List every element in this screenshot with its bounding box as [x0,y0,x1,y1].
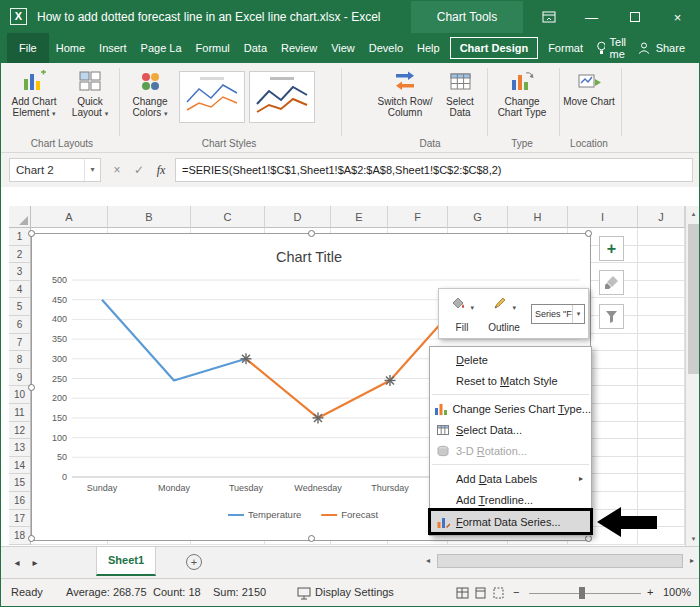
row-header-8[interactable]: 8 [9,351,30,369]
ribbon-tab-view[interactable]: View [324,33,362,63]
ribbon-tab-format[interactable]: Format [541,33,590,63]
ribbon-tab-chart-design[interactable]: Chart Design [450,37,538,59]
move-chart-button[interactable]: Move Chart [563,67,615,135]
chart-handle-top-center[interactable] [308,230,315,237]
row-header-17[interactable]: 17 [9,510,30,528]
row-header-18[interactable]: 18 [9,527,30,545]
share-button[interactable]: Share [637,41,685,55]
hscroll-right-icon[interactable]: ▸ [685,553,699,569]
switch-row-column-button[interactable]: Switch Row/ Column [377,67,433,135]
change-colors-button[interactable]: Change Colors ▾ [123,67,177,135]
row-header-11[interactable]: 11 [9,404,30,422]
column-header-D[interactable]: D [265,206,331,228]
column-header-J[interactable]: J [638,206,685,228]
column-header-B[interactable]: B [108,206,191,228]
ribbon-tab-insert[interactable]: Insert [92,33,134,63]
chart-handle-bottom-center[interactable] [308,535,315,542]
cancel-button[interactable]: × [107,158,127,182]
row-header-13[interactable]: 13 [9,439,30,457]
close-button[interactable]: × [656,1,699,33]
new-sheet-button[interactable]: + [186,554,202,570]
row-header-14[interactable]: 14 [9,457,30,475]
fill-button[interactable]: ▾ Fill [445,293,479,335]
name-box[interactable]: Chart 2 ▾ [9,158,101,182]
view-page-break-button[interactable] [492,587,505,601]
chart-handle-top-left[interactable] [28,230,35,237]
chart-styles-button[interactable] [599,270,624,295]
ribbon-tab-file[interactable]: File [7,33,49,63]
row-header-12[interactable]: 12 [9,422,30,440]
chart-handle-top-right[interactable] [585,230,592,237]
outline-button[interactable]: ▾ Outline [483,293,525,335]
sheet-tab-sheet1[interactable]: Sheet1 [96,547,156,576]
ribbon-tab-develo[interactable]: Develo [362,33,410,63]
row-header-7[interactable]: 7 [9,334,30,352]
minimize-button[interactable]: — [570,1,613,33]
row-header-2[interactable]: 2 [9,246,30,264]
add-chart-element-button[interactable]: Add Chart Element ▾ [7,67,61,135]
vertical-scroll-thumb[interactable] [688,224,699,374]
column-header-A[interactable]: A [31,206,108,228]
row-header-1[interactable]: 1 [9,228,30,246]
row-header-5[interactable]: 5 [9,298,30,316]
row-header-4[interactable]: 4 [9,281,30,299]
column-header-F[interactable]: F [388,206,448,228]
maximize-button[interactable] [613,1,656,33]
caret-down-icon[interactable]: ▾ [572,305,584,323]
chart-style-preview-2[interactable] [249,71,315,123]
hscroll-left-icon[interactable]: ◂ [421,553,435,569]
row-header-16[interactable]: 16 [9,492,30,510]
zoom-in-button[interactable]: + [647,586,653,598]
series-selector-dropdown[interactable]: Series "Forecas ▾ [531,304,585,324]
menu-item-delete[interactable]: Delete [430,349,591,370]
column-header-C[interactable]: C [191,206,265,228]
ribbon-tab-review[interactable]: Review [274,33,324,63]
chart-filters-button[interactable] [599,304,624,329]
menu-item-reset-to-match-style[interactable]: Reset to Match Style [430,370,591,391]
sheet-nav-right-icon[interactable]: ▸ [27,547,43,578]
change-chart-type-button[interactable]: Change Chart Type [491,67,553,135]
ribbon-tab-data[interactable]: Data [237,33,274,63]
zoom-slider-thumb[interactable] [579,587,585,599]
view-page-layout-button[interactable] [474,587,487,601]
view-normal-button[interactable] [456,587,469,601]
quick-layout-button[interactable]: Quick Layout ▾ [63,67,117,135]
zoom-out-button[interactable]: − [513,586,519,598]
select-all-button[interactable] [9,206,31,228]
vertical-scrollbar[interactable]: ▴ ▾ [685,206,700,546]
ribbon-tab-formul[interactable]: Formul [189,33,237,63]
column-header-E[interactable]: E [331,206,388,228]
ribbon-tab-home[interactable]: Home [49,33,92,63]
chart-handle-mid-left[interactable] [28,384,35,391]
horizontal-scroll-thumb[interactable] [437,554,683,568]
menu-item-add-data-labels[interactable]: Add Data Labels▸ [430,468,591,489]
column-header-H[interactable]: H [508,206,568,228]
scroll-down-icon[interactable]: ▾ [686,531,700,546]
scroll-up-icon[interactable]: ▴ [686,206,700,221]
ribbon-tab-page-la[interactable]: Page La [134,33,189,63]
chart-style-preview-1[interactable] [179,71,245,123]
display-settings-button[interactable]: Display Settings [315,586,394,598]
column-header-I[interactable]: I [568,206,638,228]
insert-function-button[interactable]: fx [151,158,171,182]
chart-elements-button[interactable]: + [599,236,624,261]
menu-item-select-data[interactable]: Select Data... [430,419,591,440]
ribbon-tab-help[interactable]: Help [410,33,447,63]
horizontal-scrollbar[interactable]: ◂ ▸ [421,553,699,569]
row-header-3[interactable]: 3 [9,263,30,281]
select-data-button[interactable]: Select Data [437,67,483,135]
enter-button[interactable]: ✓ [129,158,149,182]
chart-handle-bottom-left[interactable] [28,535,35,542]
menu-item-format-data-series[interactable]: Format Data Series... [430,510,591,533]
menu-item-change-series-chart-type[interactable]: Change Series Chart Type... [430,398,591,419]
chart-handle-bottom-right[interactable] [585,535,592,542]
sheet-nav-left-icon[interactable]: ◂ [9,547,25,578]
menu-item-add-trendline[interactable]: Add Trendline... [430,489,591,510]
zoom-slider-track[interactable] [529,593,641,594]
tell-me-button[interactable]: Tell me [596,36,637,60]
ribbon-display-options-button[interactable] [527,1,570,33]
zoom-level[interactable]: 100% [663,586,691,598]
name-box-caret-icon[interactable]: ▾ [84,159,100,181]
row-header-6[interactable]: 6 [9,316,30,334]
row-header-15[interactable]: 15 [9,474,30,492]
